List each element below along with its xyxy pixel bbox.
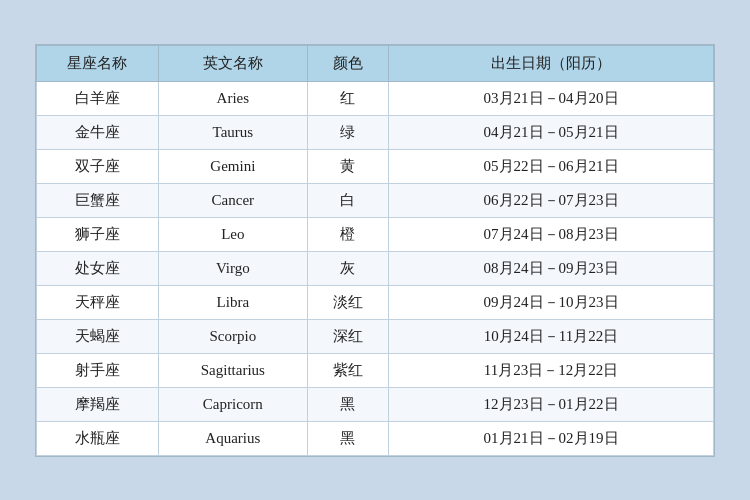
cell-english: Sagittarius (158, 353, 307, 387)
cell-color: 绿 (307, 115, 388, 149)
cell-color: 白 (307, 183, 388, 217)
cell-chinese: 天秤座 (37, 285, 159, 319)
table-row: 双子座Gemini黄05月22日－06月21日 (37, 149, 714, 183)
cell-english: Aries (158, 81, 307, 115)
cell-color: 黑 (307, 387, 388, 421)
cell-date: 10月24日－11月22日 (389, 319, 714, 353)
zodiac-table-container: 星座名称 英文名称 颜色 出生日期（阳历） 白羊座Aries红03月21日－04… (35, 44, 715, 457)
cell-date: 11月23日－12月22日 (389, 353, 714, 387)
header-chinese: 星座名称 (37, 45, 159, 81)
table-row: 金牛座Taurus绿04月21日－05月21日 (37, 115, 714, 149)
cell-date: 07月24日－08月23日 (389, 217, 714, 251)
cell-chinese: 狮子座 (37, 217, 159, 251)
cell-english: Capricorn (158, 387, 307, 421)
cell-chinese: 水瓶座 (37, 421, 159, 455)
cell-color: 紫红 (307, 353, 388, 387)
cell-color: 淡红 (307, 285, 388, 319)
cell-color: 橙 (307, 217, 388, 251)
table-row: 处女座Virgo灰08月24日－09月23日 (37, 251, 714, 285)
cell-color: 黑 (307, 421, 388, 455)
header-date: 出生日期（阳历） (389, 45, 714, 81)
cell-date: 08月24日－09月23日 (389, 251, 714, 285)
cell-chinese: 天蝎座 (37, 319, 159, 353)
table-row: 巨蟹座Cancer白06月22日－07月23日 (37, 183, 714, 217)
cell-date: 04月21日－05月21日 (389, 115, 714, 149)
table-row: 水瓶座Aquarius黑01月21日－02月19日 (37, 421, 714, 455)
cell-date: 03月21日－04月20日 (389, 81, 714, 115)
table-row: 狮子座Leo橙07月24日－08月23日 (37, 217, 714, 251)
cell-color: 黄 (307, 149, 388, 183)
cell-english: Taurus (158, 115, 307, 149)
cell-english: Virgo (158, 251, 307, 285)
cell-chinese: 摩羯座 (37, 387, 159, 421)
zodiac-table: 星座名称 英文名称 颜色 出生日期（阳历） 白羊座Aries红03月21日－04… (36, 45, 714, 456)
cell-date: 12月23日－01月22日 (389, 387, 714, 421)
cell-chinese: 双子座 (37, 149, 159, 183)
cell-english: Gemini (158, 149, 307, 183)
table-row: 射手座Sagittarius紫红11月23日－12月22日 (37, 353, 714, 387)
cell-chinese: 金牛座 (37, 115, 159, 149)
table-row: 天蝎座Scorpio深红10月24日－11月22日 (37, 319, 714, 353)
cell-chinese: 巨蟹座 (37, 183, 159, 217)
table-row: 天秤座Libra淡红09月24日－10月23日 (37, 285, 714, 319)
table-row: 摩羯座Capricorn黑12月23日－01月22日 (37, 387, 714, 421)
cell-chinese: 白羊座 (37, 81, 159, 115)
cell-english: Cancer (158, 183, 307, 217)
cell-date: 01月21日－02月19日 (389, 421, 714, 455)
cell-color: 灰 (307, 251, 388, 285)
table-row: 白羊座Aries红03月21日－04月20日 (37, 81, 714, 115)
cell-date: 09月24日－10月23日 (389, 285, 714, 319)
cell-color: 深红 (307, 319, 388, 353)
cell-chinese: 处女座 (37, 251, 159, 285)
table-body: 白羊座Aries红03月21日－04月20日金牛座Taurus绿04月21日－0… (37, 81, 714, 455)
cell-english: Libra (158, 285, 307, 319)
cell-english: Aquarius (158, 421, 307, 455)
header-english: 英文名称 (158, 45, 307, 81)
cell-date: 05月22日－06月21日 (389, 149, 714, 183)
cell-english: Leo (158, 217, 307, 251)
table-header-row: 星座名称 英文名称 颜色 出生日期（阳历） (37, 45, 714, 81)
cell-date: 06月22日－07月23日 (389, 183, 714, 217)
cell-chinese: 射手座 (37, 353, 159, 387)
cell-english: Scorpio (158, 319, 307, 353)
header-color: 颜色 (307, 45, 388, 81)
cell-color: 红 (307, 81, 388, 115)
